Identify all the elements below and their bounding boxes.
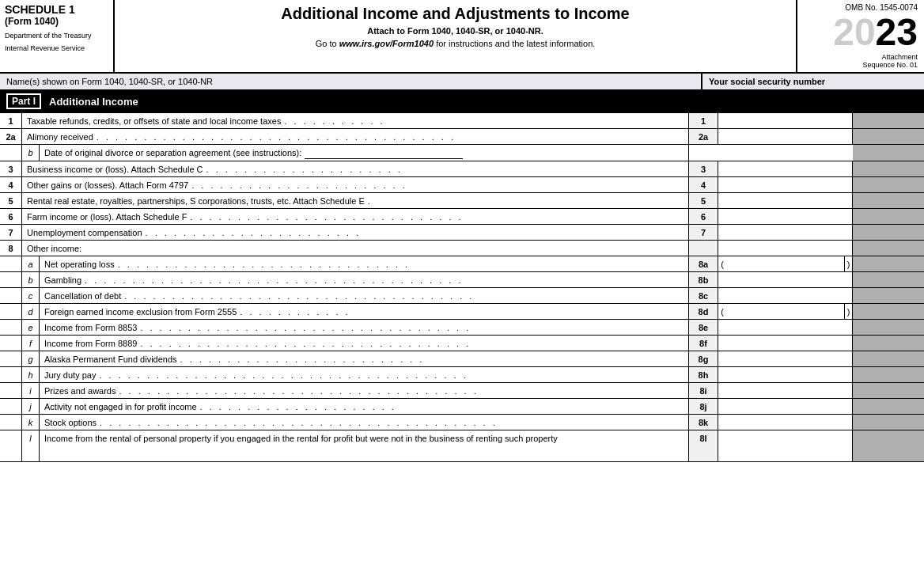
line1-input[interactable] [718, 113, 853, 128]
line2b-input[interactable] [305, 146, 463, 159]
line6-label: Farm income or (loss). Attach Schedule F… [22, 209, 688, 224]
line8h-label: Jury duty pay . . . . . . . . . . . . . … [40, 367, 688, 382]
line2b-row: b Date of original divorce or separation… [0, 145, 924, 161]
line8d-row: d Foreign earned income exclusion from F… [0, 304, 924, 320]
line4-field: 4 [688, 177, 718, 192]
line2b-right-spacer [688, 145, 853, 161]
header-right: OMB No. 1545-0074 2023 Attachment Sequen… [797, 0, 924, 72]
subtitle2: Go to www.irs.gov/Form1040 for instructi… [123, 39, 788, 48]
line3-gray [853, 161, 924, 176]
line8-header-row: 8 Other income: [0, 241, 924, 256]
line6-gray [853, 209, 924, 224]
line8d-letter: d [22, 304, 40, 319]
part-label: Part I [6, 93, 41, 109]
line7-field: 7 [688, 225, 718, 240]
line8k-letter: k [22, 415, 40, 430]
line8c-row: c Cancellation of debt . . . . . . . . .… [0, 288, 924, 304]
line8k-field: 8k [688, 415, 718, 430]
line8d-paren-r: ) [845, 304, 853, 319]
line8c-label: Cancellation of debt . . . . . . . . . .… [40, 288, 688, 303]
line2a-input[interactable] [718, 129, 853, 144]
line1-gray [853, 113, 924, 128]
line8e-letter: e [22, 320, 40, 335]
line8i-input[interactable] [718, 383, 853, 398]
line2a-num: 2a [0, 129, 22, 144]
line8e-label: Income from Form 8853 . . . . . . . . . … [40, 320, 688, 335]
line8g-input[interactable] [718, 351, 853, 366]
line8g-field: 8g [688, 351, 718, 366]
dept2-label: Internal Revenue Service [5, 44, 108, 52]
line8h-row: h Jury duty pay . . . . . . . . . . . . … [0, 367, 924, 383]
line8h-letter: h [22, 367, 40, 382]
line2b-spacer [0, 145, 22, 161]
line8f-row: f Income from Form 8889 . . . . . . . . … [0, 336, 924, 351]
line8d-spacer [0, 304, 22, 319]
line4-input[interactable] [718, 177, 853, 192]
line7-input[interactable] [718, 225, 853, 240]
line8g-row: g Alaska Permanent Fund dividends . . . … [0, 351, 924, 367]
line8a-input[interactable] [726, 256, 845, 271]
name-label: Name(s) shown on Form 1040, 1040-SR, or … [0, 74, 702, 89]
line8f-letter: f [22, 336, 40, 351]
line8-input-placeholder [718, 241, 853, 256]
form-label: (Form 1040) [5, 16, 108, 27]
line8a-letter: a [22, 256, 40, 271]
line5-input[interactable] [718, 193, 853, 208]
line6-row: 6 Farm income or (loss). Attach Schedule… [0, 209, 924, 225]
line5-label: Rental real estate, royalties, partnersh… [22, 193, 688, 208]
line8l-spacer [0, 430, 22, 461]
line8c-spacer [0, 288, 22, 303]
line8d-label: Foreign earned income exclusion from For… [40, 304, 688, 319]
line8k-input[interactable] [718, 415, 853, 430]
line1-row: 1 Taxable refunds, credits, or offsets o… [0, 113, 924, 129]
line8l-input[interactable] [718, 430, 853, 461]
line2a-label: Alimony received . . . . . . . . . . . .… [22, 129, 688, 144]
part-title: Additional Income [49, 96, 138, 108]
line3-num: 3 [0, 161, 22, 176]
line8g-gray [853, 351, 924, 366]
form-title: Additional Income and Adjustments to Inc… [123, 5, 788, 23]
line8e-spacer [0, 320, 22, 335]
header-left: SCHEDULE 1 (Form 1040) Department of the… [0, 0, 115, 72]
line8d-input[interactable] [726, 304, 845, 319]
line8-gray [853, 241, 924, 256]
line6-num: 6 [0, 209, 22, 224]
line3-input[interactable] [718, 161, 853, 176]
line8k-spacer [0, 415, 22, 430]
line8i-letter: i [22, 383, 40, 398]
line8e-input[interactable] [718, 320, 853, 335]
line8i-label: Prizes and awards . . . . . . . . . . . … [40, 383, 688, 398]
line8b-field: 8b [688, 272, 718, 287]
line8a-label: Net operating loss . . . . . . . . . . .… [40, 256, 688, 271]
line8c-letter: c [22, 288, 40, 303]
line8a-paren-r: ) [845, 256, 853, 271]
line5-num: 5 [0, 193, 22, 208]
line8j-input[interactable] [718, 399, 853, 414]
line8c-input[interactable] [718, 288, 853, 303]
line8i-field: 8i [688, 383, 718, 398]
line4-row: 4 Other gains or (losses). Attach Form 4… [0, 177, 924, 193]
schedule-label: SCHEDULE 1 [5, 3, 108, 16]
line8a-spacer [0, 256, 22, 271]
line8f-input[interactable] [718, 336, 853, 351]
line1-num: 1 [0, 113, 22, 128]
line7-num: 7 [0, 225, 22, 240]
line2a-field: 2a [688, 129, 718, 144]
line8g-spacer [0, 351, 22, 366]
line6-input[interactable] [718, 209, 853, 224]
line7-gray [853, 225, 924, 240]
line8a-gray [853, 256, 924, 271]
line8h-input[interactable] [718, 367, 853, 382]
line8h-gray [853, 367, 924, 382]
line8-label: Other income: [22, 241, 688, 256]
line8e-gray [853, 320, 924, 335]
line8k-gray [853, 415, 924, 430]
line5-row: 5 Rental real estate, royalties, partner… [0, 193, 924, 209]
line8-field-placeholder [688, 241, 718, 256]
line8a-row: a Net operating loss . . . . . . . . . .… [0, 256, 924, 272]
line1-label: Taxable refunds, credits, or offsets of … [22, 113, 688, 128]
line8b-input[interactable] [718, 272, 853, 287]
dept1-label: Department of the Treasury [5, 32, 108, 40]
subtitle1: Attach to Form 1040, 1040-SR, or 1040-NR… [123, 26, 788, 36]
line8i-row: i Prizes and awards . . . . . . . . . . … [0, 383, 924, 399]
